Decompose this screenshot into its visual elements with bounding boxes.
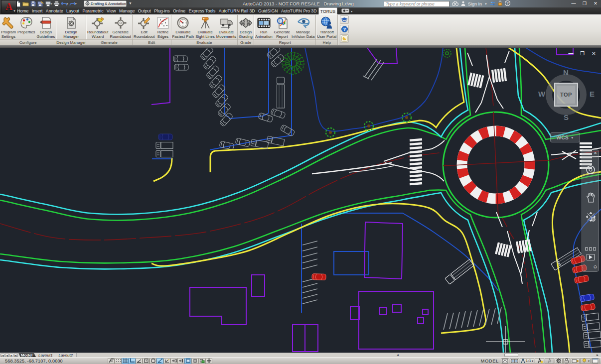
quick-properties-toggle[interactable]: [191, 358, 198, 364]
doc-close-button[interactable]: ✕: [591, 51, 597, 56]
ribbon-tab-manage[interactable]: Manage: [118, 7, 137, 14]
scroll-right-arrow[interactable]: ►: [595, 353, 600, 357]
run-animation-button[interactable]: RunAnimation: [255, 15, 273, 39]
chevron-down-icon[interactable]: ▾: [351, 9, 352, 13]
exchange-icon[interactable]: [490, 1, 495, 7]
edit-roundabout-button[interactable]: EditRoundabout: [133, 15, 155, 39]
layout-nav-first-button[interactable]: |◂: [0, 354, 4, 357]
annotation-visibility-button[interactable]: [535, 358, 544, 364]
polar-tracking-toggle[interactable]: [136, 358, 143, 364]
model-paper-toggle[interactable]: MODEL: [481, 358, 499, 364]
ribbon-tab-insert[interactable]: Insert: [30, 7, 44, 14]
design-manager-button[interactable]: DesignManager: [63, 15, 79, 39]
layout-tab-model[interactable]: Model: [18, 353, 36, 357]
generate-report-button[interactable]: GenerateReport: [274, 15, 291, 39]
search-input[interactable]: Type a keyword or phrase: [384, 1, 450, 7]
scroll-left-arrow[interactable]: ◄: [395, 353, 400, 357]
dynamic-input-toggle[interactable]: [170, 358, 177, 364]
layout-nav-next-button[interactable]: ▸: [9, 354, 13, 357]
maximize-button[interactable]: ❐: [581, 1, 588, 6]
horizontal-scrollbar[interactable]: ◄ ►: [76, 353, 601, 357]
properties-button[interactable]: Properties: [17, 15, 36, 35]
lock-icon[interactable]: [498, 0, 502, 7]
ribbon-tab-express-tools[interactable]: Express Tools: [187, 7, 217, 14]
quick-view-layouts-button[interactable]: [510, 358, 519, 364]
transoft-user-portal-button[interactable]: TransoftUser Portal: [316, 15, 337, 39]
navigation-bar[interactable]: ✕ ⊖: [582, 149, 599, 272]
ribbon-tab-annotate[interactable]: Annotate: [44, 7, 65, 14]
refine-edges-button[interactable]: RefineEdges: [156, 15, 170, 39]
layout-nav-last-button[interactable]: ▸|: [14, 354, 18, 357]
model-space-canvas[interactable]: — ❐ ✕ N S W E TOP WCS ▼ ✕ ⊖: [0, 48, 601, 353]
close-icon[interactable]: ✕: [594, 151, 597, 155]
ribbon-tab-parametric[interactable]: Parametric: [81, 7, 105, 14]
show-transparency-toggle[interactable]: [184, 358, 191, 364]
workspace-switching-button[interactable]: [555, 358, 563, 364]
ribbon-tab-output[interactable]: Output: [137, 7, 152, 14]
generate-roundabout-button[interactable]: GenerateRoundabout: [110, 15, 132, 39]
navigation-wheel-icon[interactable]: [586, 165, 596, 175]
dynamic-ucs-toggle[interactable]: [163, 358, 170, 364]
evaluate-fastest-path-button[interactable]: EvaluateFastest Path: [172, 15, 195, 39]
doc-restore-button[interactable]: ❐: [579, 51, 586, 56]
viewcube-top-face[interactable]: TOP: [554, 83, 578, 107]
layout-tab-layout1[interactable]: Layout1: [36, 353, 56, 357]
print-button[interactable]: [53, 1, 60, 7]
manage-invision-data-button[interactable]: ManageInVision Data: [291, 15, 315, 39]
ortho-mode-toggle[interactable]: [129, 358, 136, 364]
isolate-objects-button[interactable]: ▾: [580, 358, 591, 364]
record-icon[interactable]: [341, 8, 349, 14]
open-button[interactable]: [22, 1, 29, 7]
play-icon[interactable]: [587, 254, 595, 260]
layout-nav-prev-button[interactable]: ◂: [5, 354, 9, 357]
viewcube-west[interactable]: W: [538, 90, 545, 98]
show-lineweight-toggle[interactable]: [177, 358, 184, 364]
selection-cycling-toggle[interactable]: [198, 358, 205, 364]
status-lock-button[interactable]: [563, 358, 570, 364]
annotation-scale-button[interactable]: 1:1▾: [520, 358, 534, 364]
signin-button[interactable]: Sign In: [468, 1, 482, 6]
academic-icon[interactable]: [340, 15, 349, 24]
navbar-tools-icon[interactable]: [585, 247, 596, 250]
zoom-pan-icon[interactable]: [586, 212, 596, 222]
design-guidelines-button[interactable]: DesignGuidelines: [36, 15, 55, 39]
evaluate-movements-button[interactable]: EvaluateMovements: [216, 15, 237, 39]
evaluate-sight-lines-button[interactable]: EvaluateSight Lines: [195, 15, 215, 39]
pan-hand-icon[interactable]: [586, 192, 596, 203]
minimize-button[interactable]: —: [570, 1, 577, 6]
help-circle-icon[interactable]: ?: [340, 25, 349, 33]
program-settings-button[interactable]: ProgramSettings: [0, 15, 16, 39]
help-icon[interactable]: ?: [505, 0, 510, 7]
ribbon-tab-autoturn-rail-3d[interactable]: AutoTURN Rail 3D: [217, 7, 257, 14]
person-icon[interactable]: [461, 1, 465, 7]
doc-minimize-button[interactable]: —: [568, 51, 574, 56]
ribbon-tab-autoturn-pro-3d[interactable]: AutoTURN Pro 3D: [280, 7, 318, 14]
ribbon-tab-guidsign[interactable]: GuidSIGN: [257, 7, 280, 14]
minus-circle-icon[interactable]: ⊖: [593, 264, 597, 269]
ribbon-tab-layout[interactable]: Layout: [65, 7, 81, 14]
ribbon-tab-home[interactable]: Home: [15, 7, 30, 14]
chevron-down-icon[interactable]: ▾: [75, 1, 77, 6]
3d-object-snap-toggle[interactable]: [150, 358, 156, 364]
chevron-down-icon[interactable]: ▼: [484, 2, 487, 5]
save-as-button[interactable]: [37, 1, 44, 7]
ucs-dropdown[interactable]: WCS ▼: [550, 132, 580, 142]
ribbon-tab-online[interactable]: Online: [171, 7, 187, 14]
scrollbar-thumb[interactable]: [504, 353, 518, 357]
annotation-monitor-toggle[interactable]: [205, 358, 212, 364]
status-tray-button[interactable]: [571, 358, 580, 364]
viewcube[interactable]: N S W E TOP: [541, 70, 591, 120]
layout-tab-layout2[interactable]: Layout2: [56, 353, 76, 357]
viewcube-south[interactable]: S: [564, 113, 569, 121]
infer-constraints-toggle[interactable]: [108, 358, 115, 364]
ribbon-tab-torus[interactable]: TORUS: [318, 7, 338, 14]
chevron-down-icon[interactable]: ▾: [66, 1, 68, 6]
roundabout-wizard-button[interactable]: RoundaboutWizard: [87, 15, 109, 39]
moon-icon[interactable]: [340, 34, 349, 43]
save-button[interactable]: [30, 1, 36, 7]
close-button[interactable]: ✕: [592, 1, 599, 6]
object-snap-tracking-toggle[interactable]: [156, 358, 163, 364]
snap-mode-toggle[interactable]: [115, 358, 122, 364]
viewcube-north[interactable]: N: [563, 68, 569, 77]
application-menu-button[interactable]: A ▼: [1, 0, 17, 14]
